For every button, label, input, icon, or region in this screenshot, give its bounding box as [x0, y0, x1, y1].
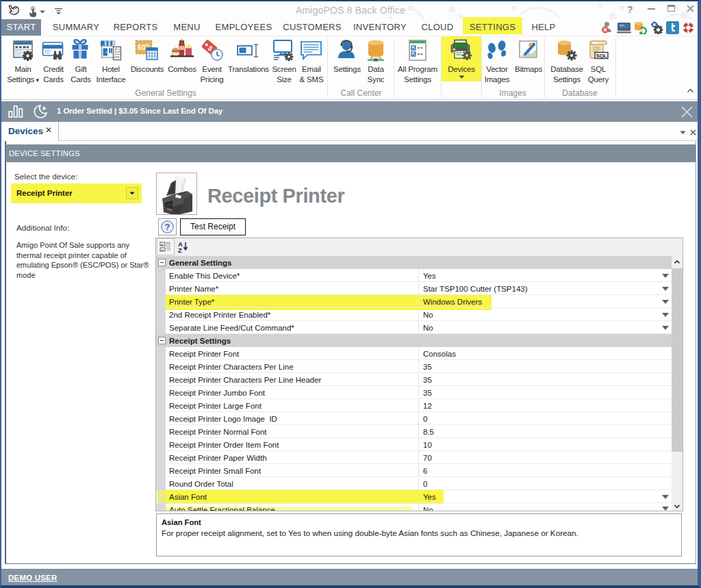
svg-text:50: 50 — [138, 43, 146, 51]
svg-text:Z: Z — [178, 246, 182, 254]
svg-text:+: + — [161, 242, 164, 246]
svg-text:?: ? — [165, 222, 170, 232]
svg-text:SQL: SQL — [596, 53, 607, 59]
svg-text:%: % — [146, 43, 151, 48]
svg-text:+: + — [161, 248, 164, 252]
